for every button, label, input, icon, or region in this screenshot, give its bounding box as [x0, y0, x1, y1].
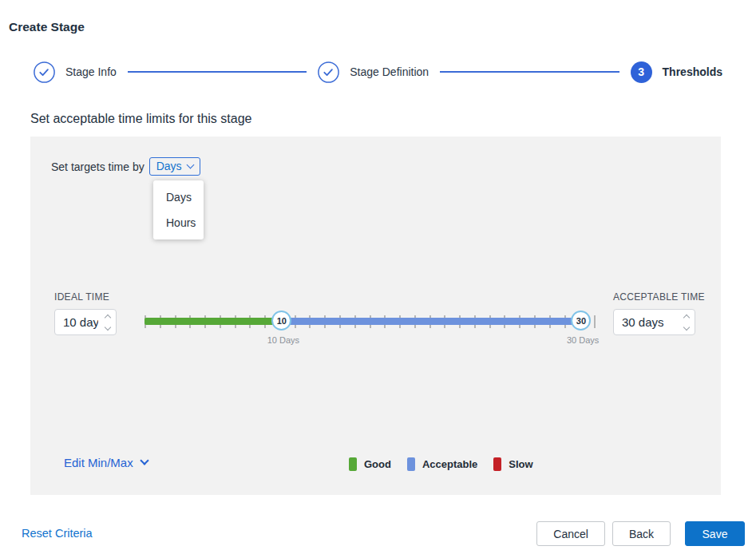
- wizard-stepper: Stage Info Stage Definition 3 Thresholds: [34, 61, 722, 83]
- menu-item-hours[interactable]: Hours: [153, 210, 204, 235]
- footer-buttons: Cancel Back Save: [536, 521, 745, 546]
- step-number-badge: 3: [631, 61, 652, 83]
- legend-item-acceptable: Acceptable: [407, 457, 477, 471]
- step-label: Stage Definition: [350, 65, 429, 78]
- slider-handle-label: 10 Days: [267, 335, 299, 345]
- step-stage-definition[interactable]: Stage Definition: [318, 61, 429, 83]
- cancel-button[interactable]: Cancel: [536, 521, 605, 546]
- menu-item-days[interactable]: Days: [153, 184, 204, 210]
- step-stage-info[interactable]: Stage Info: [34, 61, 117, 83]
- ideal-time-group: IDEAL TIME: [54, 291, 117, 335]
- section-heading: Set acceptable time limits for this stag…: [30, 112, 251, 126]
- edit-minmax-link[interactable]: Edit Min/Max: [64, 456, 148, 469]
- edit-minmax-label: Edit Min/Max: [64, 456, 133, 469]
- stepper-connector: [440, 71, 619, 73]
- acceptable-time-spinners: [684, 310, 689, 334]
- ideal-time-label: IDEAL TIME: [54, 291, 117, 303]
- check-circle-icon: [318, 61, 339, 83]
- step-label: Thresholds: [663, 65, 722, 78]
- acceptable-time-group: ACCEPTABLE TIME: [613, 291, 705, 335]
- stepper-connector: [128, 71, 307, 73]
- chevron-down-icon: [140, 456, 148, 465]
- threshold-legend: Good Acceptable Slow: [349, 457, 533, 471]
- slider-track-good[interactable]: [144, 318, 282, 325]
- legend-item-good: Good: [349, 457, 391, 471]
- acceptable-swatch: [407, 457, 415, 471]
- targets-time-row: Set targets time by Days: [51, 157, 200, 176]
- slider-track-acceptable[interactable]: [282, 318, 581, 325]
- time-range-slider: 10 30 10 Days 30 Days: [144, 309, 596, 347]
- save-button[interactable]: Save: [685, 521, 745, 546]
- thresholds-panel: Set targets time by Days Days Hours IDEA…: [30, 137, 721, 495]
- legend-label: Acceptable: [422, 458, 477, 470]
- create-stage-dialog: Create Stage Stage Info Stage Definition…: [0, 0, 756, 558]
- check-circle-icon: [34, 61, 55, 83]
- good-swatch: [349, 457, 357, 471]
- targets-time-label: Set targets time by: [51, 160, 144, 173]
- step-thresholds[interactable]: 3 Thresholds: [631, 61, 722, 83]
- acceptable-time-label: ACCEPTABLE TIME: [613, 291, 705, 303]
- step-label: Stage Info: [65, 65, 117, 78]
- page-title: Create Stage: [9, 20, 85, 34]
- spinner-down-icon[interactable]: [105, 323, 111, 330]
- reset-criteria-link[interactable]: Reset Criteria: [22, 527, 93, 540]
- time-unit-dropdown[interactable]: Days: [149, 157, 200, 176]
- ideal-time-spinners: [105, 310, 110, 334]
- back-button[interactable]: Back: [612, 521, 671, 546]
- chevron-down-icon: [186, 161, 194, 169]
- spinner-up-icon[interactable]: [105, 314, 111, 320]
- slider-handle-label: 30 Days: [567, 335, 599, 345]
- ideal-time-input-wrap: [54, 309, 117, 335]
- spinner-down-icon[interactable]: [683, 323, 690, 330]
- acceptable-time-input[interactable]: [614, 310, 695, 334]
- legend-label: Good: [364, 458, 391, 470]
- legend-label: Slow: [509, 458, 532, 470]
- time-unit-menu: Days Hours: [153, 180, 204, 239]
- spinner-up-icon[interactable]: [683, 314, 690, 320]
- time-unit-selected: Days: [156, 160, 182, 172]
- slow-swatch: [493, 457, 501, 471]
- legend-item-slow: Slow: [493, 457, 532, 471]
- acceptable-time-input-wrap: [613, 309, 695, 335]
